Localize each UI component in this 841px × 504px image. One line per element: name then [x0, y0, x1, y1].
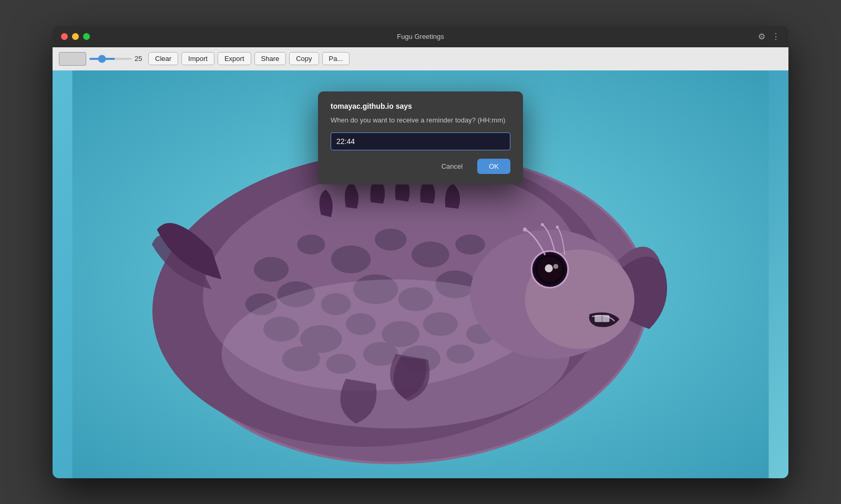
dialog-message: When do you want to receive a reminder t… — [331, 116, 510, 125]
export-button[interactable]: Export — [218, 52, 251, 65]
import-button[interactable]: Import — [181, 52, 214, 65]
copy-button[interactable]: Copy — [289, 52, 319, 65]
slider-container: 25 — [89, 55, 145, 63]
dialog: tomayac.github.io says When do you want … — [318, 91, 523, 184]
traffic-lights — [61, 33, 90, 40]
toolbar: 25 Clear Import Export Share Copy Pa... — [53, 47, 788, 70]
menu-icon[interactable]: ⋮ — [772, 32, 780, 42]
clear-button[interactable]: Clear — [148, 52, 178, 65]
dialog-title: tomayac.github.io says — [331, 102, 510, 110]
canvas-preview — [59, 52, 86, 66]
cancel-button[interactable]: Cancel — [432, 159, 472, 174]
dialog-overlay: tomayac.github.io says When do you want … — [53, 70, 788, 478]
extensions-icon[interactable]: ⚙ — [758, 32, 765, 42]
window-title: Fugu Greetings — [397, 33, 444, 40]
main-content: tomayac.github.io says When do you want … — [53, 70, 788, 478]
paste-button[interactable]: Pa... — [322, 52, 350, 65]
dialog-buttons: Cancel OK — [331, 159, 510, 174]
close-button[interactable] — [61, 33, 68, 40]
slider-value: 25 — [135, 55, 145, 63]
share-button[interactable]: Share — [254, 52, 286, 65]
ok-button[interactable]: OK — [477, 159, 510, 174]
fish-background: tomayac.github.io says When do you want … — [53, 70, 788, 478]
title-bar-right: ⚙ ⋮ — [758, 32, 780, 42]
browser-window: Fugu Greetings ⚙ ⋮ 25 Clear Import Expor… — [53, 26, 788, 478]
brush-size-slider[interactable] — [89, 58, 131, 60]
title-bar: Fugu Greetings ⚙ ⋮ — [53, 26, 788, 47]
maximize-button[interactable] — [83, 33, 90, 40]
minimize-button[interactable] — [72, 33, 79, 40]
reminder-time-input[interactable] — [331, 132, 510, 150]
